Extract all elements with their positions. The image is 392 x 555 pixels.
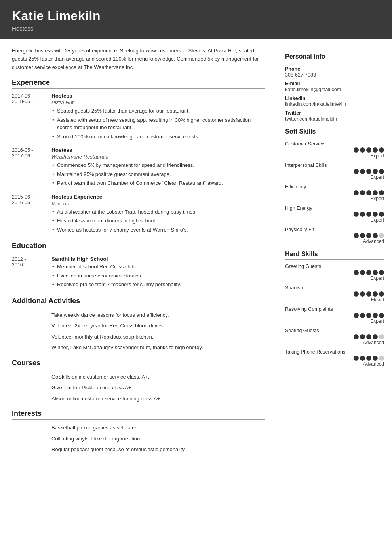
skill-dots [285, 356, 384, 361]
interests-section-title: Interests [12, 410, 265, 418]
list-item: Excelled in home economics classes. [51, 272, 265, 280]
skill-row: High EnergyExpert [285, 205, 384, 223]
skill-level: Expert [285, 196, 384, 201]
dot-filled [354, 291, 359, 297]
entry-date: 2017-06 -2018-05 [12, 93, 51, 142]
entry-role: Hostess [51, 93, 265, 99]
entry-indent [12, 435, 51, 443]
entry-text: Give 'em the Pickle online class A+ [51, 384, 265, 392]
dot-filled [360, 233, 365, 238]
skill-dots [285, 334, 384, 339]
list-item: Hosted 4 swim team dinners in high schoo… [51, 217, 265, 225]
entry-text: GoSkills online customer service class, … [51, 373, 265, 381]
skill-row: Resolving ComplaintsExpert [285, 306, 384, 324]
skill-dots [285, 147, 384, 153]
dot-filled [360, 291, 365, 297]
entry-indent [12, 424, 51, 432]
entry-bullets: Member of school Red Cross club.Excelled… [51, 263, 265, 289]
twitter-label: Twitter [285, 110, 384, 116]
right-column: Personal Info Phone 308-627-7083 E-mail … [277, 39, 392, 465]
skill-level: Expert [285, 174, 384, 180]
list-item: Winner, Lake McConaughy scavenger hunt, … [12, 344, 265, 352]
list-item: Maintained 95% positive guest comment av… [51, 170, 265, 178]
education-divider [12, 252, 265, 252]
dot-filled [379, 212, 384, 217]
entry-indent [12, 333, 51, 341]
skill-row: Taking Phone ReservationsAdvanced [285, 349, 384, 367]
activities-entries: Take weekly dance lessons for focus and … [12, 311, 265, 352]
entry-company: Various [51, 201, 265, 207]
dot-filled [354, 334, 359, 339]
skill-level: Advanced [285, 361, 384, 367]
skill-level: Advanced [285, 340, 384, 345]
entry-indent [12, 322, 51, 330]
interests-entries: Basketball pickup games as self-care.Col… [12, 424, 265, 454]
entry-content: HostessWeathervane RestaurantCommended 5… [51, 147, 265, 188]
skill-row: Seating GuestsAdvanced [285, 328, 384, 345]
soft-skills-list: Customer ServiceExpertInterpersonal Skil… [285, 141, 384, 244]
entry-bullets: As dishwasher at the Lobster Trap, hoste… [51, 208, 265, 234]
skill-dots [285, 212, 384, 217]
education-section-title: Education [12, 242, 265, 250]
courses-section-title: Courses [12, 359, 265, 367]
list-item: Received praise from 7 teachers for sunn… [51, 281, 265, 289]
entry-indent [12, 373, 51, 381]
entry-bullets: Commended 5X by management for speed and… [51, 161, 265, 187]
entry-indent [12, 384, 51, 392]
dot-filled [366, 270, 371, 275]
list-item: Assisted with setup of new seating app, … [51, 116, 265, 132]
entry-bullets: Seated guests 25% faster than average fo… [51, 107, 265, 140]
dot-filled [379, 147, 384, 153]
list-item: Alison online customer service training … [12, 395, 265, 403]
entry-text: Regular podcast guest because of enthusi… [51, 446, 265, 454]
entry-text: Alison online customer service training … [51, 395, 265, 403]
dot-filled [373, 356, 378, 361]
dot-filled [354, 190, 359, 195]
skill-name: Customer Service [285, 141, 384, 147]
hard-skills-list: Greeting GuestsExpertSpanishFluentResolv… [285, 264, 384, 367]
entry-role: Sandhills High School [51, 256, 265, 262]
skill-name: Interpersonal Skills [285, 163, 384, 168]
dot-filled [366, 212, 371, 217]
entry-indent [12, 311, 51, 319]
dot-filled [354, 147, 359, 153]
dot-filled [366, 334, 371, 339]
soft-skills-title: Soft Skills [285, 128, 384, 135]
dot-filled [379, 313, 384, 318]
skill-name: Resolving Complaints [285, 306, 384, 312]
list-item: Volunteer monthly at Robidoux soup kitch… [12, 333, 265, 341]
header: Katie Limekiln Hostess [0, 0, 392, 39]
dot-filled [354, 233, 359, 238]
dot-filled [373, 270, 378, 275]
entry-text: Basketball pickup games as self-care. [51, 424, 265, 432]
skill-name: Greeting Guests [285, 264, 384, 269]
dot-filled [373, 334, 378, 339]
skill-level: Expert [285, 276, 384, 281]
skill-name: Seating Guests [285, 328, 384, 333]
dot-filled [360, 334, 365, 339]
list-item: Worked as hostess for 7 charity events a… [51, 226, 265, 234]
list-item: Basketball pickup games as self-care. [12, 424, 265, 432]
skill-dots [285, 270, 384, 275]
linkedin-value: linkedin.com/in/katielimekiln [285, 101, 384, 107]
dot-filled [354, 169, 359, 174]
skill-level: Fluent [285, 297, 384, 302]
left-column: Energetic hostess with 2+ years of exper… [0, 39, 277, 465]
dot-filled [379, 291, 384, 297]
dot-filled [354, 212, 359, 217]
skill-dots [285, 233, 384, 238]
email-label: E-mail [285, 81, 384, 86]
skill-level: Expert [285, 153, 384, 159]
entry-row: 2016-05 -2017-06HostessWeathervane Resta… [12, 147, 265, 188]
dot-filled [366, 233, 371, 238]
dot-filled [373, 291, 378, 297]
skill-row: Physically FitAdvanced [285, 227, 384, 244]
interests-divider [12, 419, 265, 420]
skill-row: Interpersonal SkillsExpert [285, 163, 384, 180]
list-item: GoSkills online customer service class, … [12, 373, 265, 381]
dot-filled [366, 190, 371, 195]
list-item: Member of school Red Cross club. [51, 263, 265, 271]
entry-role: Hostess Experience [51, 194, 265, 200]
dot-filled [373, 169, 378, 174]
experience-section-title: Experience [12, 78, 265, 87]
